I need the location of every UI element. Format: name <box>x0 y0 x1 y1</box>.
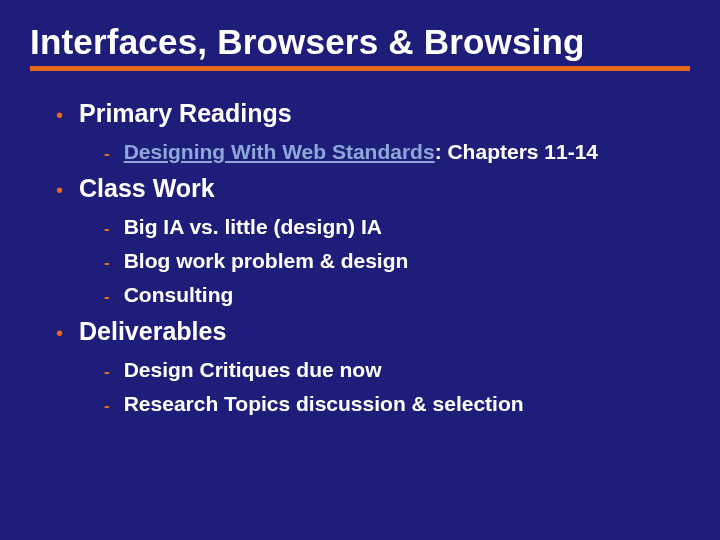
list-item: - Research Topics discussion & selection <box>104 392 690 416</box>
section-heading: Primary Readings <box>79 99 292 128</box>
list-item-text: Consulting <box>124 283 234 307</box>
dash-icon: - <box>104 288 110 305</box>
section-heading-row: • Primary Readings <box>56 99 690 128</box>
section-heading: Deliverables <box>79 317 226 346</box>
dash-icon: - <box>104 220 110 237</box>
slide-content: • Primary Readings - Designing With Web … <box>30 99 690 416</box>
slide: Interfaces, Browsers & Browsing • Primar… <box>0 0 720 540</box>
list-item: - Design Critiques due now <box>104 358 690 382</box>
list-item-text: Big IA vs. little (design) IA <box>124 215 382 239</box>
list-item-text: Designing With Web Standards: Chapters 1… <box>124 140 598 164</box>
list-item: - Big IA vs. little (design) IA <box>104 215 690 239</box>
list-item-text: Research Topics discussion & selection <box>124 392 524 416</box>
list-item-text: Design Critiques due now <box>124 358 382 382</box>
list-item: - Designing With Web Standards: Chapters… <box>104 140 690 164</box>
list-item: - Blog work problem & design <box>104 249 690 273</box>
section-heading-row: • Class Work <box>56 174 690 203</box>
bullet-icon: • <box>56 105 63 125</box>
list-item: - Consulting <box>104 283 690 307</box>
section-heading-row: • Deliverables <box>56 317 690 346</box>
dash-icon: - <box>104 363 110 380</box>
list-item-text: Blog work problem & design <box>124 249 409 273</box>
bullet-icon: • <box>56 323 63 343</box>
slide-title: Interfaces, Browsers & Browsing <box>30 22 690 71</box>
reading-chapters: : Chapters 11-14 <box>435 140 598 163</box>
dash-icon: - <box>104 254 110 271</box>
dash-icon: - <box>104 145 110 162</box>
bullet-icon: • <box>56 180 63 200</box>
section-heading: Class Work <box>79 174 215 203</box>
dash-icon: - <box>104 397 110 414</box>
reading-link[interactable]: Designing With Web Standards <box>124 140 435 163</box>
